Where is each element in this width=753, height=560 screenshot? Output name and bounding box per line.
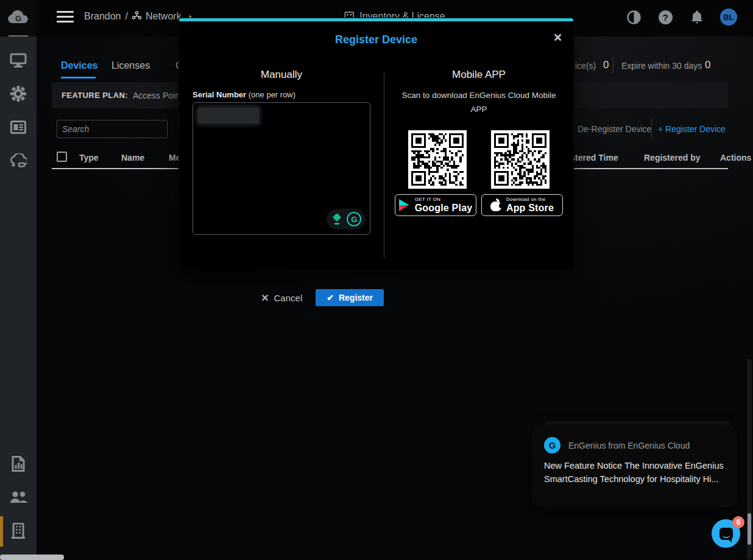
news-icon	[10, 121, 26, 134]
google-play-badge[interactable]: GET IT ON Google Play	[395, 194, 476, 216]
cancel-button[interactable]: ✕ Cancel	[261, 292, 302, 304]
google-badge-big-text: Google Play	[415, 203, 473, 213]
apple-icon	[490, 198, 501, 212]
qr-codes	[394, 130, 564, 189]
sidebar-item-configure[interactable]	[0, 80, 37, 107]
manual-heading: Manually	[193, 69, 370, 81]
toast-engenius-logo: G	[544, 437, 560, 453]
mobile-app-section: Mobile APP Scan to download EnGenius Clo…	[394, 69, 564, 216]
horizontal-scrollbar-thumb[interactable]	[0, 555, 64, 560]
stats-divider	[613, 57, 613, 73]
cancel-x-icon: ✕	[261, 292, 269, 304]
sidebar-item-reports[interactable]	[0, 114, 37, 141]
vertical-scrollbar-thumb[interactable]	[748, 513, 751, 545]
active-tab-underline	[61, 77, 96, 79]
sidebar-item-team[interactable]	[0, 484, 37, 511]
serial-number-label: Serial Number (one per row)	[193, 90, 370, 99]
register-label: Register	[339, 293, 373, 303]
users-icon	[9, 491, 27, 504]
report-file-icon	[12, 456, 25, 472]
serial-number-label-note: (one per row)	[246, 90, 295, 99]
sidebar: G	[0, 0, 37, 560]
gear-icon	[10, 86, 26, 102]
app-store-badge[interactable]: Download on the App Store	[481, 194, 563, 216]
stat-expire-label: Expire within 30 days	[621, 61, 702, 71]
toast-app-name: EnGenius from EnGenius Cloud	[568, 441, 690, 450]
avatar[interactable]: BL	[720, 9, 737, 26]
notifications-bell-icon[interactable]	[688, 9, 705, 26]
sidebar-divider	[9, 35, 28, 37]
register-device-button[interactable]: + Register Device	[658, 124, 726, 134]
qr-code-google-play	[408, 130, 467, 189]
check-icon: ✔	[327, 293, 334, 303]
search-box	[57, 120, 168, 138]
apple-badge-big-text: App Store	[506, 203, 554, 213]
notification-toast[interactable]: G EnGenius from EnGenius Cloud New Featu…	[532, 426, 737, 507]
breadcrumb[interactable]: Brandon / Network ▲	[84, 11, 195, 22]
toolbar-divider	[651, 119, 652, 140]
redacted-serial	[198, 108, 259, 124]
col-actions[interactable]: Actions	[720, 153, 751, 163]
app-root: G	[0, 0, 753, 560]
close-icon[interactable]: ✕	[553, 32, 562, 43]
deregister-device-button[interactable]: De-Register Device	[578, 124, 651, 134]
store-badges: GET IT ON Google Play Download on the Ap…	[394, 194, 564, 216]
dark-mode-toggle-icon[interactable]	[625, 9, 642, 26]
network-icon	[132, 11, 141, 22]
search-input[interactable]	[62, 124, 173, 134]
feature-plan-value: Access Point	[133, 91, 182, 100]
stat-devices-value: 0	[603, 59, 609, 71]
stat-expire-value: 0	[705, 59, 710, 71]
cloud-sync-icon	[10, 153, 27, 168]
cancel-label: Cancel	[274, 293, 303, 303]
scan-instruction-text: Scan to download EnGenius Cloud Mobile A…	[394, 89, 564, 117]
manual-section: Manually Serial Number (one per row) G ✕…	[193, 69, 370, 235]
hamburger-menu-button[interactable]	[57, 11, 74, 24]
breadcrumb-network[interactable]: Network	[146, 11, 182, 22]
tab-devices[interactable]: Devices	[61, 60, 98, 71]
tab-licenses[interactable]: Licenses	[111, 60, 150, 71]
toast-message: New Feature Notice The Innovative EnGeni…	[544, 459, 725, 486]
google-play-icon	[399, 199, 410, 211]
sidebar-item-analytics[interactable]	[0, 450, 37, 477]
toast-header: G EnGenius from EnGenius Cloud	[544, 437, 725, 453]
modal-title: Register Device	[179, 33, 573, 46]
building-icon	[11, 523, 26, 539]
register-submit-button[interactable]: ✔ Register	[316, 289, 384, 306]
col-type[interactable]: Type	[79, 153, 99, 163]
monitor-icon	[10, 53, 27, 68]
serial-number-label-bold: Serial Number	[193, 90, 246, 99]
google-badge-small-text: GET IT ON	[415, 197, 473, 202]
col-name[interactable]: Name	[121, 153, 144, 163]
mobile-app-heading: Mobile APP	[394, 69, 564, 81]
chat-unread-badge: 6	[732, 516, 744, 528]
svg-text:G: G	[15, 14, 21, 23]
apple-badge-small-text: Download on the	[506, 197, 554, 202]
serial-number-textarea[interactable]: G	[193, 102, 370, 235]
feature-plan-label: FEATURE PLAN:	[62, 91, 128, 100]
header-actions: ? BL	[625, 9, 737, 26]
engenius-cloud-logo[interactable]: G	[0, 0, 37, 37]
chat-bubble-icon	[719, 528, 733, 540]
extension-spark-icon	[331, 213, 343, 225]
sidebar-item-organization[interactable]	[0, 517, 37, 544]
sidebar-item-devices[interactable]	[0, 47, 37, 74]
help-icon[interactable]: ?	[657, 9, 674, 26]
grammarly-extension-widget[interactable]: G	[327, 209, 366, 229]
col-registered-by[interactable]: Registered by	[644, 153, 701, 163]
grammarly-icon: G	[347, 212, 361, 226]
stat-devices-label-fragment: ice(s)	[575, 61, 596, 71]
register-device-modal: Register Device ✕ Manually Serial Number…	[179, 18, 573, 270]
breadcrumb-separator: /	[125, 11, 128, 22]
sidebar-item-cloud-sync[interactable]	[0, 147, 37, 174]
breadcrumb-account[interactable]: Brandon	[84, 11, 121, 22]
select-all-checkbox[interactable]	[57, 152, 67, 162]
modal-actions: ✕ Cancel ✔ Register	[206, 289, 384, 306]
cloud-logo-icon: G	[7, 10, 30, 27]
qr-code-app-store	[491, 130, 550, 189]
modal-column-divider	[384, 73, 384, 258]
